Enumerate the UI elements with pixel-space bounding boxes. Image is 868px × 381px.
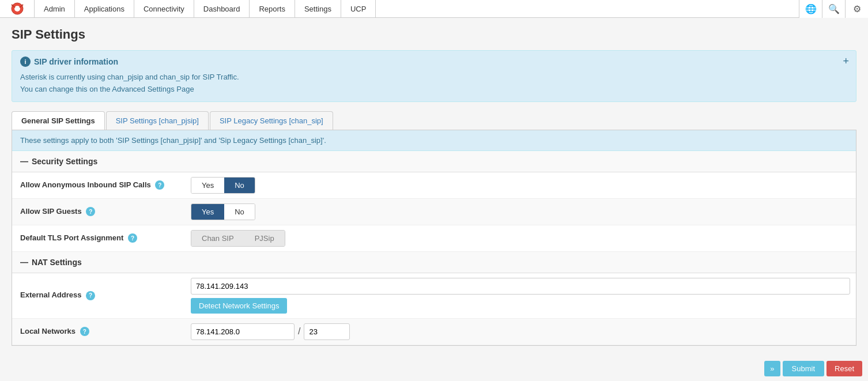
svg-point-1: [14, 6, 20, 12]
network-slash-divider: /: [298, 326, 300, 337]
tab-content: These settings apply to both 'SIP Settin…: [12, 130, 856, 346]
detect-network-settings-button[interactable]: Detect Network Settings: [191, 298, 287, 314]
page-title: SIP Settings: [12, 27, 856, 42]
external-address-input[interactable]: [191, 278, 850, 295]
table-row: Allow SIP Guests ? Yes No: [12, 198, 856, 225]
allow-anonymous-toggle: Yes No: [191, 177, 255, 194]
tls-port-toggle: Chan SIP PJSip: [191, 230, 285, 247]
security-settings-table: Allow Anonymous Inbound SIP Calls ? Yes …: [12, 172, 856, 252]
tabs-row: General SIP Settings SIP Settings [chan_…: [12, 111, 856, 130]
bottom-bar-arrow-button[interactable]: »: [764, 361, 780, 376]
tab-sip-settings-chan-pjsip[interactable]: SIP Settings [chan_pjsip]: [106, 111, 209, 130]
nat-settings-header: NAT Settings: [12, 252, 856, 273]
info-box-expand-button[interactable]: +: [843, 55, 849, 67]
page-content: SIP Settings i SIP driver information As…: [0, 18, 868, 381]
nav-admin[interactable]: Admin: [35, 0, 75, 17]
table-row: Default TLS Port Assignment ? Chan SIP P…: [12, 225, 856, 251]
local-network-address-input[interactable]: [191, 323, 295, 340]
local-networks-help-icon[interactable]: ?: [80, 327, 89, 336]
sip-driver-info-box: i SIP driver information Asterisk is cur…: [12, 50, 856, 102]
nat-settings-table: External Address ? Detect Network Settin…: [12, 273, 856, 345]
nav-items: Admin Applications Connectivity Dashboar…: [35, 0, 799, 17]
info-icon: i: [20, 56, 31, 67]
globe-icon[interactable]: 🌐: [799, 0, 822, 18]
tab-general-sip-settings[interactable]: General SIP Settings: [12, 111, 105, 130]
search-icon[interactable]: 🔍: [822, 0, 845, 18]
tls-port-help-icon[interactable]: ?: [128, 233, 137, 243]
local-network-cidr-input[interactable]: [304, 323, 350, 340]
info-box-body: Asterisk is currently using chan_pjsip a…: [20, 71, 848, 96]
nav-right-icons: 🌐 🔍 ⚙: [799, 0, 868, 17]
nav-dashboard[interactable]: Dashboard: [194, 0, 250, 17]
nav-settings[interactable]: Settings: [295, 0, 341, 17]
gear-icon[interactable]: ⚙: [845, 0, 868, 18]
reset-button[interactable]: Reset: [827, 361, 862, 376]
info-box-header: i SIP driver information: [20, 56, 848, 67]
allow-sip-guests-no-button[interactable]: No: [224, 204, 255, 220]
top-nav: Admin Applications Connectivity Dashboar…: [0, 0, 868, 18]
external-address-help-icon[interactable]: ?: [86, 291, 95, 300]
chan-sip-button[interactable]: Chan SIP: [191, 231, 244, 246]
pjsip-button[interactable]: PJSip: [244, 231, 285, 246]
nav-reports[interactable]: Reports: [250, 0, 295, 17]
allow-anonymous-help-icon[interactable]: ?: [155, 180, 164, 190]
nav-connectivity[interactable]: Connectivity: [134, 0, 194, 17]
tab-sip-legacy-settings-chan-sip[interactable]: SIP Legacy Settings [chan_sip]: [210, 111, 333, 130]
allow-sip-guests-yes-button[interactable]: Yes: [191, 204, 224, 220]
tab-notice: These settings apply to both 'SIP Settin…: [12, 130, 856, 151]
nav-ucp[interactable]: UCP: [341, 0, 376, 17]
table-row: Local Networks ? /: [12, 318, 856, 345]
allow-sip-guests-toggle: Yes No: [191, 203, 255, 220]
submit-button[interactable]: Submit: [783, 361, 824, 376]
nav-applications[interactable]: Applications: [75, 0, 134, 17]
allow-sip-guests-help-icon[interactable]: ?: [86, 207, 95, 216]
bottom-bar: » Submit Reset: [758, 356, 868, 381]
allow-anonymous-yes-button[interactable]: Yes: [191, 178, 224, 193]
table-row: Allow Anonymous Inbound SIP Calls ? Yes …: [12, 172, 856, 199]
allow-anonymous-no-button[interactable]: No: [224, 178, 255, 193]
table-row: External Address ? Detect Network Settin…: [12, 273, 856, 319]
security-settings-header: Security Settings: [12, 151, 856, 172]
app-logo: [0, 0, 35, 17]
local-networks-row: /: [191, 323, 850, 340]
